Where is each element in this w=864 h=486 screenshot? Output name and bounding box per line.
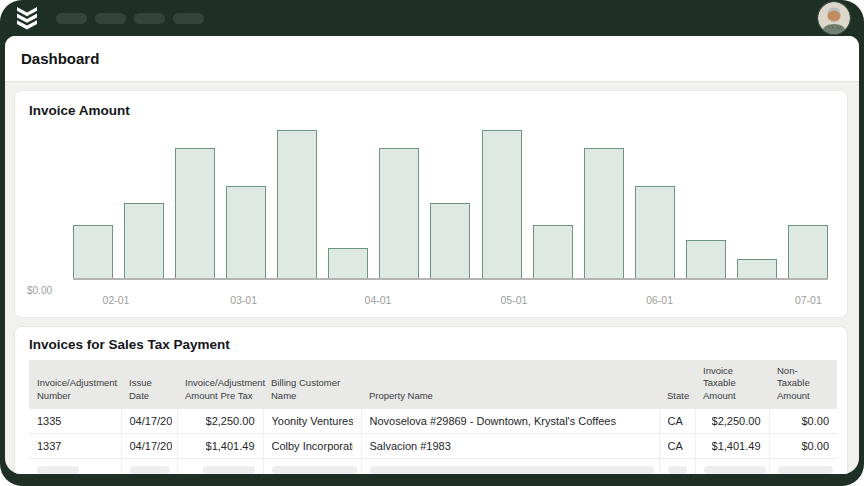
- cell: CA: [659, 434, 695, 459]
- top-navigation-bar: [0, 0, 864, 36]
- triple-chevron-down-icon: [15, 7, 39, 30]
- cell: $2,250.00: [177, 409, 263, 434]
- cell: 04/17/2024: [121, 409, 177, 434]
- x-axis-tick-label: 02-01: [103, 294, 130, 306]
- cell: [29, 459, 121, 474]
- invoice-row[interactable]: 133704/17/2024$1,401.49Colby Incorporate…: [29, 434, 837, 459]
- cell: [695, 459, 769, 474]
- skeleton-pill: [130, 466, 170, 474]
- table-body: 133504/17/2024$2,250.00Yoonity VenturesN…: [29, 409, 837, 474]
- invoice-row[interactable]: 133504/17/2024$2,250.00Yoonity VenturesN…: [29, 409, 837, 434]
- column-header: Billing Customer Name: [263, 360, 361, 409]
- cell: $0.00: [769, 409, 837, 434]
- cell: CA: [659, 409, 695, 434]
- cell: $2,250.00: [695, 409, 769, 434]
- cell: $0.00: [769, 434, 837, 459]
- cell: [177, 459, 263, 474]
- app-window: Dashboard Invoice Amount $0.00 02-0103-0…: [0, 0, 864, 486]
- chart-title: Invoice Amount: [29, 103, 833, 118]
- cell: Colby Incorporated: [263, 434, 361, 459]
- invoice-amount-bar[interactable]: [175, 148, 215, 278]
- skeleton-pill: [778, 466, 833, 474]
- invoice-amount-bar[interactable]: [533, 225, 573, 278]
- x-axis-tick-label: 03-01: [230, 294, 257, 306]
- app-logo-icon[interactable]: [14, 6, 40, 30]
- cell: Novoselova #29869 - Downtown, Krystal's …: [361, 409, 659, 434]
- cell: 1335: [29, 409, 121, 434]
- invoice-amount-bar[interactable]: [584, 148, 624, 278]
- skeleton-pill: [668, 466, 687, 474]
- sales-tax-invoices-card: Invoices for Sales Tax Payment Invoice/A…: [14, 326, 848, 474]
- invoice-amount-bar[interactable]: [379, 148, 419, 278]
- page-title: Dashboard: [21, 50, 99, 67]
- invoice-amount-bar[interactable]: [226, 186, 266, 278]
- invoice-amount-bar[interactable]: [482, 130, 522, 278]
- y-axis-zero-label: $0.00: [27, 285, 52, 296]
- invoice-amount-bar[interactable]: [73, 225, 113, 278]
- skeleton-pill: [704, 466, 766, 474]
- cell: [659, 459, 695, 474]
- column-header: Non-Taxable Amount: [769, 360, 837, 409]
- cell: $1,401.49: [695, 434, 769, 459]
- cell: [769, 459, 837, 474]
- dashboard-body: Invoice Amount $0.00 02-0103-0104-0105-0…: [5, 82, 859, 474]
- column-header: Invoice/Adjustment Number: [29, 360, 121, 409]
- avatar-photo: [818, 2, 850, 34]
- cell: [121, 459, 177, 474]
- column-header: Issue Date: [121, 360, 177, 409]
- skeleton-pill: [370, 466, 654, 474]
- invoices-table: Invoice/Adjustment NumberIssue DateInvoi…: [29, 360, 837, 474]
- x-axis-tick-label: 06-01: [646, 294, 673, 306]
- user-avatar[interactable]: [818, 2, 850, 34]
- invoice-amount-bar[interactable]: [124, 203, 164, 278]
- invoice-amount-bar[interactable]: [737, 259, 777, 278]
- skeleton-pill: [37, 466, 79, 474]
- skeleton-pill: [272, 466, 357, 474]
- cell: [361, 459, 659, 474]
- x-axis-tick-label: 04-01: [365, 294, 392, 306]
- loading-skeleton-row: [29, 459, 837, 474]
- column-header: Invoice/Adjustment Amount Pre Tax: [177, 360, 263, 409]
- invoice-amount-bar[interactable]: [635, 186, 675, 278]
- nav-placeholder-item[interactable]: [134, 13, 165, 24]
- nav-placeholder-item[interactable]: [173, 13, 204, 24]
- nav-placeholder-group: [56, 13, 204, 24]
- main-content: Dashboard Invoice Amount $0.00 02-0103-0…: [5, 36, 859, 474]
- column-header: Invoice Taxable Amount: [695, 360, 769, 409]
- skeleton-pill: [203, 466, 255, 474]
- cell: $1,401.49: [177, 434, 263, 459]
- cell: 1337: [29, 434, 121, 459]
- invoice-amount-bar[interactable]: [277, 130, 317, 278]
- invoice-amount-bar[interactable]: [788, 225, 828, 278]
- nav-placeholder-item[interactable]: [95, 13, 126, 24]
- cell: Yoonity Ventures: [263, 409, 361, 434]
- x-axis-tick-label: 05-01: [500, 294, 527, 306]
- cell: [263, 459, 361, 474]
- invoice-amount-card: Invoice Amount $0.00 02-0103-0104-0105-0…: [14, 90, 848, 318]
- invoice-amount-bar[interactable]: [430, 203, 470, 278]
- x-axis-ticks: 02-0103-0104-0105-0106-0107-01: [73, 294, 828, 312]
- table-header: Invoice/Adjustment NumberIssue DateInvoi…: [29, 360, 837, 409]
- invoice-amount-bar[interactable]: [328, 248, 368, 278]
- column-header: State: [659, 360, 695, 409]
- bar-series: [73, 128, 828, 280]
- x-axis-tick-label: 07-01: [795, 294, 822, 306]
- invoice-amount-bar-chart: $0.00 02-0103-0104-0105-0106-0107-01: [73, 128, 828, 312]
- cell: Salvacion #1983: [361, 434, 659, 459]
- cell: 04/17/2024: [121, 434, 177, 459]
- table-title: Invoices for Sales Tax Payment: [29, 337, 833, 352]
- invoice-amount-bar[interactable]: [686, 240, 726, 278]
- column-header: Property Name: [361, 360, 659, 409]
- nav-placeholder-item[interactable]: [56, 13, 87, 24]
- page-header: Dashboard: [5, 36, 859, 82]
